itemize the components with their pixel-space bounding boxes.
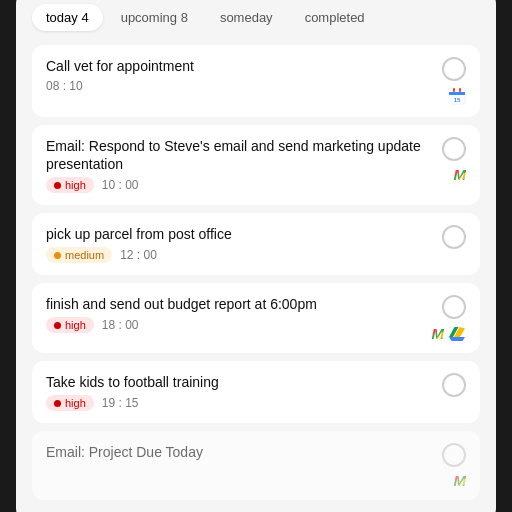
task-left: Email: Project Due Today (46, 443, 442, 461)
task-left: Email: Respond to Steve's email and send… (46, 137, 442, 193)
task-right: M (442, 137, 466, 182)
task-card: pick up parcel from post officemedium12 … (32, 213, 480, 275)
tab-today[interactable]: today 4 (32, 4, 103, 31)
badge-dot-icon (54, 322, 61, 329)
priority-badge: high (46, 317, 94, 333)
priority-badge: high (46, 395, 94, 411)
task-icons: M (432, 325, 467, 341)
svg-rect-3 (459, 88, 461, 92)
task-icons: M (454, 167, 467, 182)
task-title: finish and send out budget report at 6:0… (46, 295, 432, 313)
gcal-icon: 15 (448, 87, 466, 105)
tab-upcoming[interactable]: upcoming 8 (107, 4, 202, 31)
task-title: Email: Respond to Steve's email and send… (46, 137, 442, 173)
svg-rect-2 (453, 88, 455, 92)
task-icons: M (454, 473, 467, 488)
svg-text:15: 15 (454, 97, 461, 103)
task-left: finish and send out budget report at 6:0… (46, 295, 432, 333)
app-container: today 4upcoming 8somedaycompleted Call v… (16, 0, 496, 512)
task-meta: high19 : 15 (46, 395, 442, 411)
task-complete-button[interactable] (442, 137, 466, 161)
task-time: 18 : 00 (102, 318, 139, 332)
gmail-icon: M (454, 473, 467, 488)
task-title: Call vet for appointment (46, 57, 442, 75)
task-title: Take kids to football training (46, 373, 442, 391)
badge-dot-icon (54, 182, 61, 189)
task-complete-button[interactable] (442, 443, 466, 467)
task-meta: medium12 : 00 (46, 247, 442, 263)
task-meta: high18 : 00 (46, 317, 432, 333)
task-meta: 08 : 10 (46, 79, 442, 93)
task-card: Email: Project Due TodayM (32, 431, 480, 500)
task-complete-button[interactable] (442, 295, 466, 319)
task-meta: high10 : 00 (46, 177, 442, 193)
badge-dot-icon (54, 400, 61, 407)
task-complete-button[interactable] (442, 225, 466, 249)
task-time: 08 : 10 (46, 79, 83, 93)
task-list: Call vet for appointment08 : 10 15 Email… (32, 45, 480, 501)
task-right (442, 373, 466, 409)
priority-badge: high (46, 177, 94, 193)
svg-rect-1 (449, 92, 465, 95)
priority-badge: medium (46, 247, 112, 263)
task-complete-button[interactable] (442, 373, 466, 397)
gmail-icon: M (454, 167, 467, 182)
task-time: 19 : 15 (102, 396, 139, 410)
tab-completed[interactable]: completed (291, 4, 379, 31)
tab-someday[interactable]: someday (206, 4, 287, 31)
task-title: Email: Project Due Today (46, 443, 442, 461)
gdrive-icon (448, 325, 466, 341)
task-card: Email: Respond to Steve's email and send… (32, 125, 480, 205)
task-right: M (432, 295, 467, 341)
task-right (442, 225, 466, 261)
task-card: Call vet for appointment08 : 10 15 (32, 45, 480, 117)
task-card: finish and send out budget report at 6:0… (32, 283, 480, 353)
task-right: 15 (442, 57, 466, 105)
task-left: Call vet for appointment08 : 10 (46, 57, 442, 93)
task-left: Take kids to football traininghigh19 : 1… (46, 373, 442, 411)
task-icons: 15 (448, 87, 466, 105)
task-card: Take kids to football traininghigh19 : 1… (32, 361, 480, 423)
gmail-icon: M (432, 326, 445, 341)
task-left: pick up parcel from post officemedium12 … (46, 225, 442, 263)
task-title: pick up parcel from post office (46, 225, 442, 243)
task-right: M (442, 443, 466, 488)
task-time: 10 : 00 (102, 178, 139, 192)
tab-bar: today 4upcoming 8somedaycompleted (32, 4, 480, 31)
task-complete-button[interactable] (442, 57, 466, 81)
badge-dot-icon (54, 252, 61, 259)
task-time: 12 : 00 (120, 248, 157, 262)
